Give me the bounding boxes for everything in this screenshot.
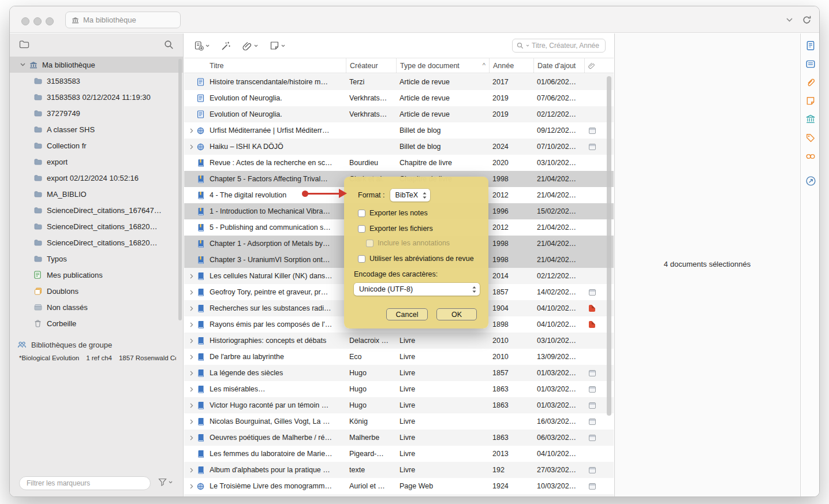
row-expand-chevron-icon[interactable] [190,435,197,440]
collection-row[interactable]: Mes publications [10,267,183,283]
items-search-field[interactable] [512,39,606,53]
collection-row[interactable]: export [10,154,183,170]
collection-row[interactable]: 31583583 [10,73,183,89]
row-expand-chevron-icon[interactable] [190,225,197,230]
encoding-dropdown[interactable]: Unicode (UTF-8) [354,283,480,296]
table-row[interactable]: Histoire transcendantale/histoire m… Ter… [184,74,614,90]
add-by-identifier-wand-button[interactable] [218,38,234,53]
disclosure-chevron-icon[interactable] [25,176,34,180]
disclosure-chevron-icon[interactable] [25,79,34,83]
disclosure-chevron-icon[interactable] [25,225,34,228]
row-expand-chevron-icon[interactable] [190,241,197,247]
new-item-button[interactable] [191,38,212,53]
table-row[interactable]: Evolution of Neuroglia. Verkhrats… Artic… [184,90,614,106]
column-header-type[interactable]: Type de document ^ [396,58,489,73]
disclosure-chevron-icon[interactable] [25,257,34,260]
row-expand-chevron-icon[interactable] [190,371,197,376]
collection-row[interactable]: Doublons [10,283,183,299]
related-items-icon[interactable] [805,151,816,162]
disclosure-chevron-icon[interactable] [25,128,34,131]
tag-item[interactable]: 1 ref ch4 [86,354,112,361]
row-expand-chevron-icon[interactable] [190,128,197,133]
locate-arrow-icon[interactable] [805,176,816,186]
row-expand-chevron-icon[interactable] [190,484,197,489]
tag-item[interactable]: *Biological Evolution [19,354,79,361]
sync-button[interactable] [802,15,812,25]
checkbox[interactable] [358,225,365,233]
column-header-date[interactable]: Date d'ajout [533,58,584,73]
disclosure-chevron-icon[interactable] [25,111,34,115]
table-row[interactable]: Album d'alphabets pour la pratique … tex… [184,462,614,478]
disclosure-chevron-icon[interactable] [25,241,34,244]
tag-item[interactable]: 1857 Rosenwald Coll [119,354,176,361]
column-header-attachment[interactable] [584,58,614,73]
row-expand-chevron-icon[interactable] [190,177,197,182]
column-header-year[interactable]: Année [489,58,533,73]
group-libraries-header[interactable]: Bibliothèques de groupe [17,338,112,351]
table-row[interactable]: Evolution of Neuroglia. Verkhrats… Artic… [184,106,614,122]
row-expand-chevron-icon[interactable] [190,290,197,295]
checkbox[interactable] [358,255,365,263]
table-row[interactable]: La légende des siècles Hugo Livre 1857 0… [184,365,614,381]
disclosure-chevron-icon[interactable] [25,95,34,99]
tag-selector-menu-button[interactable] [158,478,173,486]
disclosure-chevron-icon[interactable] [25,160,34,163]
row-expand-chevron-icon[interactable] [190,306,197,311]
table-row[interactable]: Historiographies: concepts et débats Del… [184,333,614,349]
abstract-note-icon[interactable] [805,59,816,69]
disclosure-chevron-icon[interactable] [25,273,34,277]
table-row[interactable]: Nicolas Bourguinat, Gilles Vogt, La … Kö… [184,413,614,430]
disclosure-chevron-icon[interactable] [25,322,34,325]
notes-icon[interactable] [805,96,816,106]
collection-row[interactable]: ScienceDirect_citations_16820… [10,218,183,234]
export-files-checkbox-row[interactable]: Exporter les fichiers [358,225,433,233]
export-notes-checkbox-row[interactable]: Exporter les notes [358,209,428,217]
row-expand-chevron-icon[interactable] [190,144,197,150]
disclosure-chevron-icon[interactable] [20,63,29,66]
collection-row[interactable]: Typos [10,251,183,267]
row-expand-chevron-icon[interactable] [190,354,197,360]
row-expand-chevron-icon[interactable] [190,257,197,263]
disclosure-chevron-icon[interactable] [25,289,34,293]
row-expand-chevron-icon[interactable] [190,274,197,279]
collection-row[interactable]: 37279749 [10,105,183,121]
table-row[interactable]: Les femmes du laboratoire de Marie… Pige… [184,446,614,462]
minimize-button[interactable] [33,17,42,25]
row-expand-chevron-icon[interactable] [190,193,197,198]
items-search-input[interactable] [532,42,601,50]
collection-row[interactable]: 31583583 02/12/2024 11:19:30 [10,89,183,105]
disclosure-chevron-icon[interactable] [25,208,34,212]
row-expand-chevron-icon[interactable] [190,338,197,344]
row-expand-chevron-icon[interactable] [190,209,197,214]
row-expand-chevron-icon[interactable] [190,322,197,327]
checkbox[interactable] [358,210,365,217]
row-expand-chevron-icon[interactable] [190,112,197,117]
row-expand-chevron-icon[interactable] [190,468,197,473]
tags-icon[interactable] [805,133,816,143]
table-row[interactable]: De l'arbre au labyrinthe Eco Livre 2010 … [184,349,614,365]
tag-filter-input[interactable] [19,476,151,490]
row-expand-chevron-icon[interactable] [190,403,197,408]
zoom-button[interactable] [46,17,54,25]
tab-list-chevron-icon[interactable] [786,18,793,22]
table-row[interactable]: Urfist Méditerranée | Urfist Méditerr… B… [184,122,614,139]
table-row[interactable]: Le Troisième Livre des monogramm… Auriol… [184,478,614,494]
table-row[interactable]: [Illustrations de Traité élémentaire d… … [184,494,614,496]
format-dropdown[interactable]: BibTeX [390,189,431,201]
close-button[interactable] [21,17,29,25]
ok-button[interactable]: OK [436,308,477,320]
items-scrollbar[interactable] [607,76,611,416]
table-row[interactable]: Haiku – ISHI KA DÔJÔ Billet de blog 2024… [184,139,614,155]
collection-row[interactable]: Collection fr [10,137,183,154]
collection-search-icon[interactable] [164,40,174,50]
info-document-icon[interactable] [805,40,816,51]
disclosure-chevron-icon[interactable] [25,305,34,309]
table-row[interactable]: Les misérables… Hugo Livre 1863 01/03/20… [184,381,614,397]
table-row[interactable]: Oeuvres poétiques de Malherbe / ré… Malh… [184,430,614,446]
row-expand-chevron-icon[interactable] [190,160,197,166]
collection-row[interactable]: ScienceDirect_citations_167647… [10,202,183,218]
column-header-title[interactable]: Titre [210,58,346,73]
new-attachment-button[interactable] [240,38,261,53]
table-row[interactable]: Victor Hugo raconté par un témoin … Hugo… [184,397,614,413]
column-header-creator[interactable]: Créateur [346,58,396,73]
